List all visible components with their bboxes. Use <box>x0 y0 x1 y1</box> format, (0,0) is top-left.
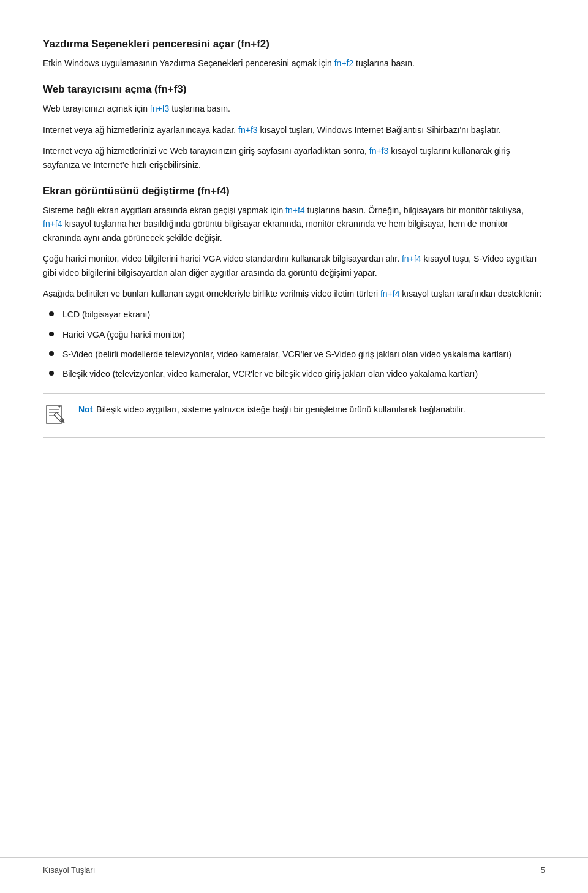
svg-text:✦: ✦ <box>58 405 61 409</box>
page-footer: Kısayol Tuşları 5 <box>0 857 588 875</box>
list-item: Harici VGA (çoğu harici monitör) <box>43 328 545 341</box>
text-disp-1c: kısayol tuşlarına her basıldığında görün… <box>43 219 508 242</box>
text-web-3a: Internet veya ağ hizmetlerinizi ve Web t… <box>43 146 369 156</box>
section-display-toggle: Ekran görüntüsünü değiştirme (fn+f4) Sis… <box>43 185 545 438</box>
para-web-desc1: Web tarayıcınızı açmak için fn+f3 tuşlar… <box>43 102 545 115</box>
heading-display-toggle: Ekran görüntüsünü değiştirme (fn+f4) <box>43 185 545 197</box>
highlight-fn-f3-1: fn+f3 <box>150 104 170 113</box>
para-web-desc3: Internet veya ağ hizmetlerinizi ve Web t… <box>43 144 545 172</box>
text-print-before: Etkin Windows uygulamasının Yazdırma Seç… <box>43 58 334 68</box>
footer-content: Kısayol Tuşları 5 <box>43 865 545 875</box>
para-web-desc2: Internet veya ağ hizmetleriniz ayarlanın… <box>43 123 545 137</box>
text-web-1a: Web tarayıcınızı açmak için <box>43 104 150 113</box>
list-item: S-Video (belirli modellerde televizyonla… <box>43 348 545 361</box>
note-content: NotBileşik video aygıtları, sisteme yaln… <box>78 403 466 416</box>
list-item: Bileşik video (televizyonlar, video kame… <box>43 367 545 381</box>
highlight-fn-f4-3: fn+f4 <box>402 254 421 264</box>
text-print-after: tuşlarına basın. <box>353 58 415 68</box>
section-web-browser: Web tarayıcısını açma (fn+f3) Web tarayı… <box>43 83 545 172</box>
para-display-desc3: Aşağıda belirtilen ve bunları kullanan a… <box>43 287 545 300</box>
text-disp-2a: Çoğu harici monitör, video bilgilerini h… <box>43 254 402 264</box>
section-print-options: Yazdırma Seçenekleri penceresini açar (f… <box>43 38 545 70</box>
heading-web-browser: Web tarayıcısını açma (fn+f3) <box>43 83 545 96</box>
para-print-desc: Etkin Windows uygulamasının Yazdırma Seç… <box>43 56 545 70</box>
note-box: ✦ NotBileşik video aygıtları, sisteme ya… <box>43 393 545 438</box>
note-label: Not <box>78 405 92 414</box>
highlight-fn-f3-3: fn+f3 <box>369 146 389 156</box>
text-disp-1b: tuşlarına basın. Örneğin, bilgisayara bi… <box>305 205 524 215</box>
bullet-dot-icon <box>49 332 54 336</box>
list-item-lcd: LCD (bilgisayar ekranı) <box>62 308 150 321</box>
text-disp-3b: kısayol tuşları tarafından desteklenir: <box>399 289 541 298</box>
list-item-composite: Bileşik video (televizyonlar, video kame… <box>62 367 478 381</box>
text-web-2b: kısayol tuşları, Windows Internet Bağlan… <box>258 125 501 135</box>
bullet-dot-icon <box>49 371 54 376</box>
bullet-list-video-types: LCD (bilgisayar ekranı) Harici VGA (çoğu… <box>43 308 545 381</box>
text-web-2a: Internet veya ağ hizmetleriniz ayarlanın… <box>43 125 238 135</box>
para-display-desc1: Sisteme bağlı ekran aygıtları arasında e… <box>43 203 545 245</box>
para-display-desc2: Çoğu harici monitör, video bilgilerini h… <box>43 252 545 279</box>
note-pencil-icon: ✦ <box>44 404 67 427</box>
footer-title: Kısayol Tuşları <box>43 865 95 875</box>
footer-page-number: 5 <box>541 865 545 875</box>
highlight-fn-f4-2: fn+f4 <box>43 219 62 229</box>
page-container: Yazdırma Seçenekleri penceresini açar (f… <box>0 0 588 487</box>
heading-print-options: Yazdırma Seçenekleri penceresini açar (f… <box>43 38 545 50</box>
text-disp-3a: Aşağıda belirtilen ve bunları kullanan a… <box>43 289 380 298</box>
highlight-fn-f2-print: fn+f2 <box>334 58 354 68</box>
note-text: Bileşik video aygıtları, sisteme yalnızc… <box>96 405 465 414</box>
text-disp-1a: Sisteme bağlı ekran aygıtları arasında e… <box>43 205 285 215</box>
bullet-dot-icon <box>49 311 54 316</box>
list-item-svideo: S-Video (belirli modellerde televizyonla… <box>62 348 511 361</box>
highlight-fn-f3-2: fn+f3 <box>238 125 258 135</box>
highlight-fn-f4-1: fn+f4 <box>285 205 305 215</box>
note-icon: ✦ <box>43 403 69 428</box>
list-item: LCD (bilgisayar ekranı) <box>43 308 545 321</box>
bullet-dot-icon <box>49 351 54 356</box>
list-item-vga: Harici VGA (çoğu harici monitör) <box>62 328 185 341</box>
text-web-1b: tuşlarına basın. <box>169 104 230 113</box>
highlight-fn-f4-4: fn+f4 <box>380 289 400 298</box>
